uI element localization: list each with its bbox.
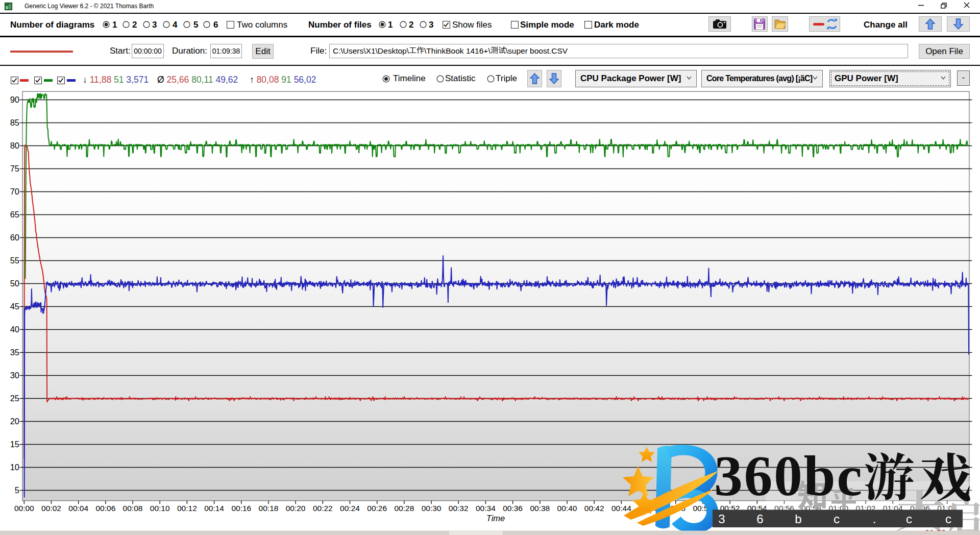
svg-text:65: 65 <box>10 210 19 219</box>
svg-text:35: 35 <box>10 348 19 357</box>
svg-text:90: 90 <box>10 95 19 104</box>
svg-text:00:02: 00:02 <box>41 504 61 513</box>
svg-text:10: 10 <box>10 463 19 472</box>
svg-text:.: . <box>873 512 876 526</box>
svg-text:Time: Time <box>486 514 505 523</box>
svg-text:c: c <box>906 512 912 526</box>
svg-text:25: 25 <box>10 394 19 403</box>
svg-text:00:10: 00:10 <box>150 504 170 513</box>
svg-text:00:34: 00:34 <box>476 504 496 513</box>
svg-text:c: c <box>945 512 951 526</box>
svg-text:6: 6 <box>756 512 763 526</box>
svg-text:00:42: 00:42 <box>584 504 604 513</box>
svg-text:30: 30 <box>10 371 19 380</box>
svg-text:00:40: 00:40 <box>557 504 577 513</box>
svg-text:00:16: 00:16 <box>231 504 251 513</box>
svg-text:00:14: 00:14 <box>204 504 224 513</box>
svg-text:55: 55 <box>10 256 19 265</box>
svg-text:00:00: 00:00 <box>14 504 34 513</box>
svg-text:00:18: 00:18 <box>259 504 279 513</box>
svg-text:b: b <box>795 512 801 526</box>
svg-text:00:36: 00:36 <box>503 504 523 513</box>
svg-text:00:24: 00:24 <box>340 504 360 513</box>
svg-text:45: 45 <box>10 302 19 311</box>
svg-text:00:30: 00:30 <box>422 504 442 513</box>
svg-text:00:28: 00:28 <box>395 504 414 513</box>
svg-text:75: 75 <box>10 164 19 173</box>
svg-text:c: c <box>834 512 840 526</box>
svg-text:85: 85 <box>10 118 19 127</box>
svg-text:00:26: 00:26 <box>367 504 387 513</box>
svg-text:360bc: 360bc <box>714 444 864 507</box>
svg-text:00:04: 00:04 <box>68 504 88 513</box>
svg-text:00:32: 00:32 <box>449 504 469 513</box>
svg-text:00:22: 00:22 <box>313 504 333 513</box>
svg-text:00:20: 00:20 <box>286 504 306 513</box>
svg-text:00:12: 00:12 <box>177 504 197 513</box>
svg-text:70: 70 <box>10 187 19 196</box>
svg-text:5: 5 <box>15 485 19 495</box>
svg-text:00:08: 00:08 <box>123 504 143 513</box>
svg-text:15: 15 <box>10 440 19 449</box>
svg-text:60: 60 <box>10 233 19 242</box>
svg-text:00:44: 00:44 <box>611 504 631 513</box>
svg-text:00:38: 00:38 <box>530 504 550 513</box>
svg-text:20: 20 <box>10 417 19 426</box>
svg-text:50: 50 <box>10 279 19 288</box>
svg-text:80: 80 <box>10 141 19 150</box>
svg-text:3: 3 <box>718 512 725 526</box>
svg-text:00:06: 00:06 <box>96 504 116 513</box>
svg-text:40: 40 <box>10 325 19 334</box>
